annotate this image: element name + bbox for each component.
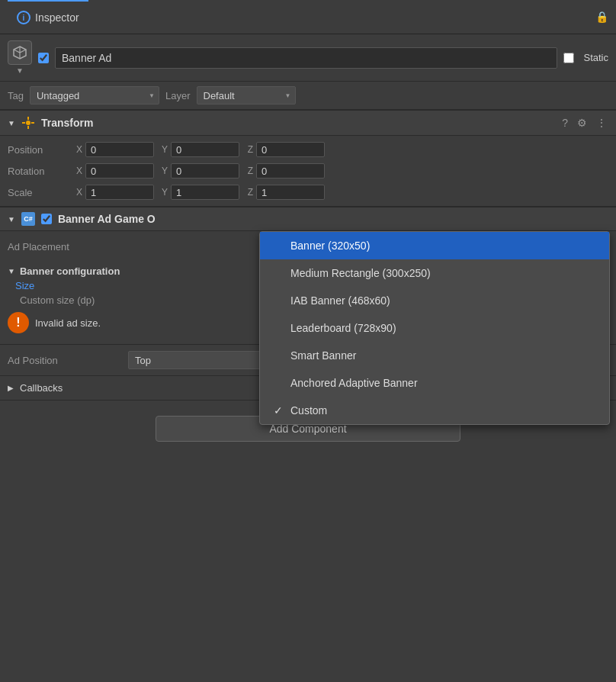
banner-main-content: Ad Placement ▼ Banner configuration Size… (0, 231, 616, 345)
layer-select-wrapper[interactable]: Default (197, 86, 296, 105)
title-bar: i Inspector 🔒 (0, 0, 616, 34)
rotation-y-input[interactable]: 0 (171, 163, 239, 179)
size-link[interactable]: Size (15, 280, 34, 291)
object-name-input[interactable]: Banner Ad (55, 47, 557, 69)
dropdown-item-2[interactable]: IAB Banner (468x60) (260, 287, 609, 314)
dropdown-checkmark-6: ✓ (272, 404, 284, 417)
transform-title: Transform (41, 117, 554, 129)
rot-x-label: X (72, 166, 82, 176)
scale-x-input[interactable]: 1 (85, 185, 154, 200)
position-x-input[interactable]: 0 (85, 142, 154, 157)
tag-layer-row: Tag Untagged Layer Default (0, 82, 616, 110)
dropdown-label-6: Custom (290, 404, 327, 417)
static-checkbox[interactable] (563, 53, 574, 63)
transform-collapse-arrow[interactable]: ▼ (8, 119, 15, 127)
pos-z-label: Z (242, 144, 253, 155)
pos-x-label: X (72, 144, 82, 155)
transform-menu-icon[interactable]: ⋮ (595, 115, 608, 130)
lock-icon[interactable]: 🔒 (595, 10, 608, 24)
banner-game-title: Banner Ad Game O (58, 213, 608, 225)
position-label: Position (8, 144, 69, 156)
scale-z-label: Z (242, 187, 253, 198)
title-bar-title: Inspector (35, 11, 79, 24)
ad-position-label: Ad Position (8, 355, 122, 366)
dropdown-label-2: IAB Banner (468x60) (290, 294, 390, 307)
object-active-checkbox[interactable] (38, 53, 49, 63)
rot-y-label: Y (157, 166, 168, 176)
warning-text: Invalid ad size. (35, 317, 101, 329)
layer-label: Layer (165, 90, 191, 101)
scale-row: Scale X 1 Y 1 Z 1 (8, 182, 608, 203)
banner-section-arrow[interactable]: ▼ (8, 215, 15, 224)
scale-label: Scale (8, 187, 69, 198)
dropdown-item-1[interactable]: Medium Rectangle (300x250) (260, 259, 609, 287)
scale-z-input[interactable]: 1 (256, 185, 325, 200)
transform-help-icon[interactable]: ? (560, 115, 569, 130)
dropdown-item-6[interactable]: ✓ Custom (260, 397, 609, 424)
banner-active-checkbox[interactable] (41, 214, 52, 224)
dropdown-label-4: Smart Banner (290, 349, 356, 362)
position-row: Position X 0 Y 0 Z 0 (8, 139, 608, 160)
banner-config-title: Banner configuration (20, 265, 120, 277)
title-bar-actions: 🔒 (595, 10, 608, 24)
object-header: ▼ Banner Ad Static (0, 34, 616, 82)
dropdown-label-5: Anchored Adaptive Banner (290, 377, 418, 389)
warning-icon: ! (8, 312, 29, 333)
transform-actions: ? ⚙ ⋮ (560, 115, 608, 130)
size-dropdown[interactable]: Banner (320x50) Medium Rectangle (300x25… (259, 231, 610, 425)
obj-icon-chevron[interactable]: ▼ (16, 66, 24, 75)
tag-label: Tag (8, 90, 24, 101)
pos-y-label: Y (157, 144, 168, 155)
scale-x-label: X (72, 187, 82, 198)
position-z-input[interactable]: 0 (256, 142, 325, 157)
rotation-x-input[interactable]: 0 (85, 163, 154, 179)
dropdown-label-0: Banner (320x50) (290, 240, 370, 252)
rotation-z-input[interactable]: 0 (256, 163, 325, 179)
dropdown-item-0[interactable]: Banner (320x50) (260, 232, 609, 259)
transform-settings-icon[interactable]: ⚙ (576, 115, 589, 130)
tag-select[interactable]: Untagged (30, 86, 159, 105)
csharp-icon: C# (21, 212, 35, 226)
dropdown-label-1: Medium Rectangle (300x250) (290, 267, 431, 279)
rotation-label: Rotation (8, 166, 69, 177)
object-3d-icon (8, 40, 32, 65)
rot-z-label: Z (242, 166, 253, 176)
position-y-input[interactable]: 0 (171, 142, 239, 157)
callbacks-label: Callbacks (20, 382, 63, 394)
rotation-row: Rotation X 0 Y 0 Z 0 (8, 160, 608, 182)
inspector-tab[interactable]: i Inspector (8, 0, 88, 34)
transform-grid: Position X 0 Y 0 Z 0 Rotation X 0 Y 0 Z … (0, 136, 616, 207)
layer-select[interactable]: Default (197, 86, 296, 105)
dropdown-item-5[interactable]: Anchored Adaptive Banner (260, 369, 609, 397)
scale-y-input[interactable]: 1 (171, 185, 239, 200)
svg-point-0 (26, 121, 30, 125)
ad-placement-label: Ad Placement (8, 241, 122, 253)
banner-game-section-header: ▼ C# Banner Ad Game O (0, 207, 616, 231)
transform-section-header: ▼ Transform ? ⚙ ⋮ (0, 110, 616, 136)
callbacks-arrow[interactable]: ▶ (8, 384, 14, 392)
banner-config-arrow[interactable]: ▼ (8, 267, 15, 275)
scale-y-label: Y (157, 187, 168, 198)
inspector-icon: i (17, 11, 30, 24)
dropdown-item-3[interactable]: Leaderboard (728x90) (260, 314, 609, 342)
tag-select-wrapper[interactable]: Untagged (30, 86, 159, 105)
transform-icon (21, 116, 35, 130)
static-label: Static (583, 52, 608, 63)
dropdown-label-3: Leaderboard (728x90) (290, 322, 396, 334)
dropdown-item-4[interactable]: Smart Banner (260, 342, 609, 369)
